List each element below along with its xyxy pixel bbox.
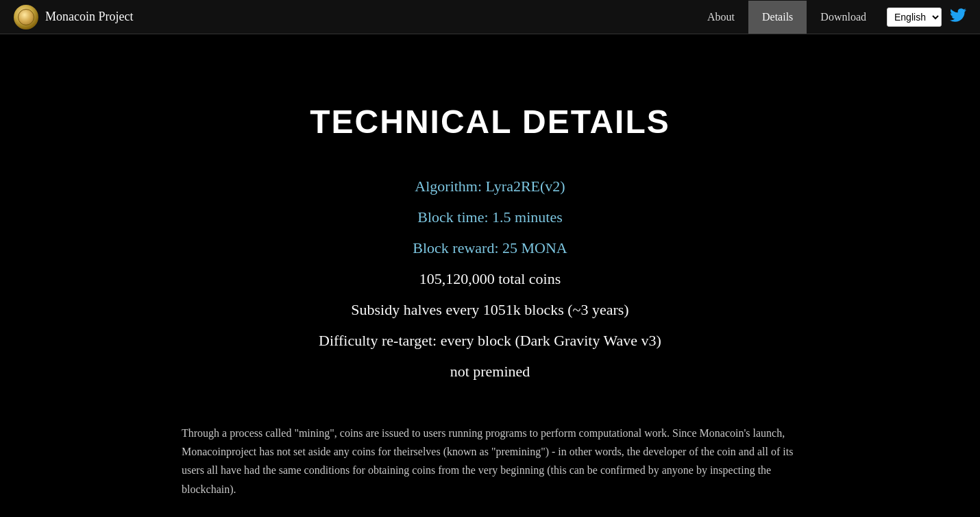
detail-item-premined: not premined <box>0 360 980 383</box>
brand-name: Monacoin Project <box>45 10 133 24</box>
detail-item-blocktime: Block time: 1.5 minutes <box>0 206 980 228</box>
nav-link-about[interactable]: About <box>694 1 748 34</box>
detail-item-algorithm: Algorithm: Lyra2RE(v2) <box>0 175 980 197</box>
nav-item-about[interactable]: About <box>694 1 748 34</box>
nav-item-download[interactable]: Download <box>807 1 880 34</box>
language-select[interactable]: English 日本語 <box>887 8 942 27</box>
detail-item-blockreward: Block reward: 25 MONA <box>0 237 980 259</box>
detail-item-totalcoins: 105,120,000 total coins <box>0 267 980 290</box>
main-content: TECHNICAL DETAILS Algorithm: Lyra2RE(v2)… <box>0 34 980 498</box>
body-text: Through a process called "mining", coins… <box>161 424 819 498</box>
nav-item-details[interactable]: Details <box>748 1 807 34</box>
twitter-icon <box>950 7 966 23</box>
detail-item-subsidy: Subsidy halves every 1051k blocks (~3 ye… <box>0 298 980 321</box>
navbar: Monacoin Project About Details Download … <box>0 0 980 34</box>
details-list: Algorithm: Lyra2RE(v2) Block time: 1.5 m… <box>0 175 980 383</box>
nav-link-details[interactable]: Details <box>748 1 807 34</box>
page-title: TECHNICAL DETAILS <box>0 103 980 141</box>
detail-item-difficulty: Difficulty re-target: every block (Dark … <box>0 329 980 352</box>
twitter-link[interactable] <box>950 7 966 27</box>
nav-link-download[interactable]: Download <box>807 1 880 34</box>
nav-menu: About Details Download <box>694 1 880 34</box>
logo-icon <box>14 5 38 29</box>
brand-link[interactable]: Monacoin Project <box>14 5 133 29</box>
